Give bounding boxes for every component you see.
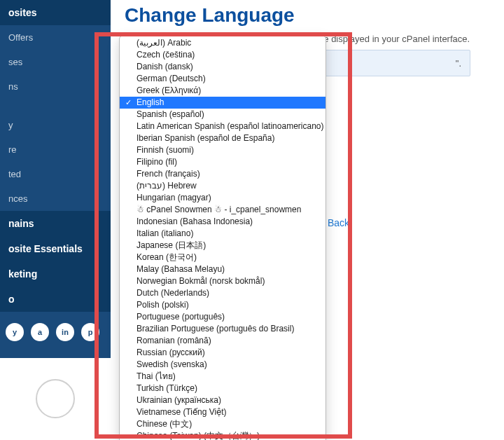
language-option[interactable]: Iberian Spanish (español de España) xyxy=(120,132,326,144)
language-option[interactable]: Dutch (Nederlands) xyxy=(120,287,326,299)
input-suffix: ". xyxy=(456,58,461,69)
language-option[interactable]: (עברית) Hebrew xyxy=(120,180,326,192)
language-option[interactable]: ☃ cPanel Snowmen ☃ - i_cpanel_snowmen xyxy=(120,204,326,216)
sidebar-item[interactable]: nces xyxy=(0,186,111,211)
language-option[interactable]: French (français) xyxy=(120,168,326,180)
language-option[interactable]: Danish (dansk) xyxy=(120,61,326,73)
language-option[interactable]: Italian (italiano) xyxy=(120,228,326,240)
language-option[interactable]: Norwegian Bokmål (norsk bokmål) xyxy=(120,275,326,287)
language-option[interactable]: Polish (polski) xyxy=(120,299,326,311)
language-option[interactable]: Swedish (svenska) xyxy=(120,359,326,371)
linkedin-icon[interactable]: in xyxy=(56,323,74,341)
language-option[interactable]: Greek (Ελληνικά) xyxy=(120,85,326,97)
language-option[interactable]: Russian (русский) xyxy=(120,347,326,359)
back-link[interactable]: Back xyxy=(328,217,349,228)
language-option[interactable]: Latin American Spanish (español latinoam… xyxy=(120,121,326,132)
social-row: y a in p xyxy=(0,312,111,352)
pinterest-icon[interactable]: p xyxy=(81,323,99,341)
sidebar-item[interactable]: y xyxy=(0,113,111,137)
sidebar-item[interactable]: ses xyxy=(0,50,111,74)
language-option[interactable]: Brazilian Portuguese (português do Brasi… xyxy=(120,323,326,335)
sidebar-item-offers[interactable]: Offers xyxy=(0,25,111,50)
language-option[interactable]: Korean (한국어) xyxy=(120,252,326,263)
sidebar-item[interactable]: re xyxy=(0,137,111,162)
language-option[interactable]: German (Deutsch) xyxy=(120,73,326,85)
language-option[interactable]: Finnish (suomi) xyxy=(120,144,326,156)
language-option[interactable]: Indonesian (Bahasa Indonesia) xyxy=(120,216,326,228)
language-option[interactable]: Thai (ไทย) xyxy=(120,371,326,383)
language-option[interactable]: Hungarian (magyar) xyxy=(120,192,326,204)
sidebar-header-o[interactable]: o xyxy=(0,287,111,312)
language-option[interactable]: English xyxy=(120,97,326,109)
language-option[interactable]: Ukrainian (українська) xyxy=(120,394,326,406)
language-option[interactable]: Spanish (español) xyxy=(120,109,326,121)
language-option[interactable]: Chinese (中文) xyxy=(120,418,326,430)
sidebar: osites Offers ses ns y re ted nces nains… xyxy=(0,0,111,440)
usage-gauge xyxy=(36,379,75,418)
language-option[interactable]: (العربية) Arabic xyxy=(120,37,326,49)
language-option[interactable]: Chinese (Taiwan) (中文（台灣）) xyxy=(120,430,326,440)
sidebar-item[interactable]: ted xyxy=(0,162,111,186)
sidebar-item[interactable]: ns xyxy=(0,74,111,99)
twitter-icon[interactable]: y xyxy=(6,323,24,341)
page-title: Change Language xyxy=(118,0,504,34)
language-dropdown[interactable]: (العربية) ArabicCzech (čeština)Danish (d… xyxy=(119,35,326,440)
language-option[interactable]: Portuguese (português) xyxy=(120,311,326,323)
language-option[interactable]: Filipino (fil) xyxy=(120,156,326,168)
sidebar-header-domains[interactable]: nains xyxy=(0,211,111,236)
sidebar-header-essentials[interactable]: osite Essentials xyxy=(0,236,111,261)
sidebar-header-hosting[interactable]: osites xyxy=(0,0,111,25)
language-option[interactable]: Turkish (Türkçe) xyxy=(120,383,326,394)
sidebar-header-marketing[interactable]: keting xyxy=(0,261,111,287)
youtube-icon[interactable]: a xyxy=(31,323,49,341)
language-option[interactable]: Czech (čeština) xyxy=(120,49,326,61)
language-option[interactable]: Japanese (日本語) xyxy=(120,240,326,252)
language-option[interactable]: Malay (Bahasa Melayu) xyxy=(120,263,326,275)
language-option[interactable]: Vietnamese (Tiếng Việt) xyxy=(120,406,326,418)
language-option[interactable]: Romanian (română) xyxy=(120,335,326,347)
